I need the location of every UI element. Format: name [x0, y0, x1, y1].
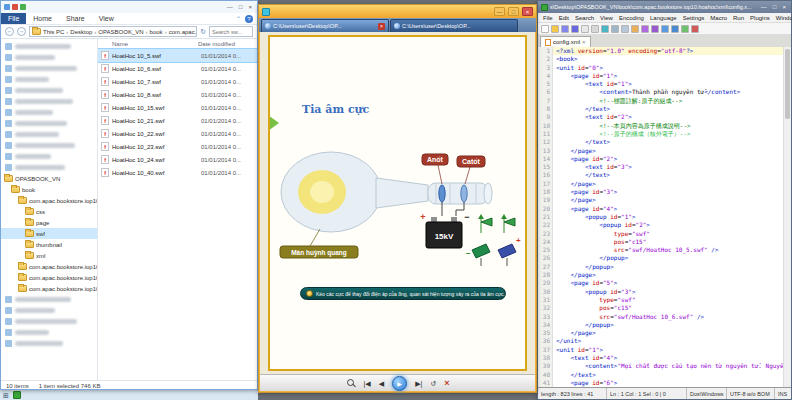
minimize-button[interactable]: —: [225, 2, 235, 12]
code-line[interactable]: 32 pos="c15": [538, 304, 783, 312]
ribbon-tab-share[interactable]: Share: [59, 13, 92, 24]
file-row[interactable]: fHoatHoc 10_8.swf01/01/2014 0...: [98, 88, 257, 101]
menu-settings[interactable]: Settings: [680, 15, 708, 21]
code-line[interactable]: 31 type="swf": [538, 296, 783, 304]
replace-icon[interactable]: [671, 25, 679, 33]
code-line[interactable]: 7 <!--標題註解:原子的組成-->: [538, 97, 783, 105]
code-line[interactable]: 40 </text>: [538, 371, 783, 379]
tree-item-css[interactable]: css: [1, 206, 97, 217]
code-line[interactable]: 41 <page id="6">: [538, 379, 783, 387]
code-line[interactable]: 19 </page>: [538, 196, 783, 204]
scrollbar-thumb[interactable]: [785, 49, 790, 119]
code-line[interactable]: 27 </popup>: [538, 263, 783, 271]
close-button[interactable]: ×: [246, 2, 254, 12]
maximize-button[interactable]: □: [771, 4, 779, 10]
code-line[interactable]: 35 </page>: [538, 329, 783, 337]
zoom-in-icon[interactable]: [681, 25, 689, 33]
cut-icon[interactable]: [611, 25, 619, 33]
viewer-titlebar[interactable]: — □ ×: [259, 5, 536, 18]
tree-item-xml[interactable]: xml: [1, 250, 97, 261]
viewer-tab-2[interactable]: C:\Users\user\Desktop\OP...: [390, 19, 518, 32]
back-icon[interactable]: ←: [5, 27, 14, 36]
file-row[interactable]: fHoatHoc 10_7.swf01/01/2014 0...: [98, 75, 257, 88]
tree-item-page[interactable]: page: [1, 217, 97, 228]
find-icon[interactable]: [661, 25, 669, 33]
record-macro-icon[interactable]: [691, 25, 699, 33]
quick-access-icon-2[interactable]: [20, 4, 26, 10]
minimize-button[interactable]: —: [759, 4, 769, 10]
explorer-titlebar[interactable]: — □ ×: [1, 1, 257, 13]
tree-item-com-apac-bookstore-iop10-sinhhoc[interactable]: com.apac.bookstore.iop10.sinhhoc: [1, 261, 97, 272]
viewer-tab-1[interactable]: C:\Users\user\Desktop\OP...×: [261, 19, 389, 32]
first-page-icon[interactable]: |◀: [364, 376, 371, 391]
code-line[interactable]: 23 type="swf": [538, 230, 783, 238]
code-line[interactable]: 8 </text>: [538, 105, 783, 113]
menu-plugins[interactable]: Plugins: [747, 15, 773, 21]
file-row[interactable]: fHoatHoc 10_23.swf01/01/2014 0...: [98, 140, 257, 153]
copy-icon[interactable]: [621, 25, 629, 33]
code-line[interactable]: 34 </popup>: [538, 321, 783, 329]
maximize-button[interactable]: □: [508, 7, 519, 16]
menu-edit[interactable]: Edit: [556, 15, 572, 21]
paddle-vanes[interactable]: − +: [466, 214, 521, 266]
code-line[interactable]: 4 <page id="1">: [538, 72, 783, 80]
code-line[interactable]: 2<book>: [538, 55, 783, 63]
menu-language[interactable]: Language: [647, 15, 680, 21]
file-row[interactable]: fHoatHoc 10_21.swf01/01/2014 0...: [98, 114, 257, 127]
ribbon-collapse-icon[interactable]: ⌃: [236, 15, 241, 23]
code-line[interactable]: 30 <popup id="3">: [538, 288, 783, 296]
undo-icon[interactable]: ↺: [430, 376, 436, 391]
menu-encoding[interactable]: Encoding: [616, 15, 647, 21]
code-line[interactable]: 9 <text id="2">: [538, 113, 783, 121]
code-line[interactable]: 39 <content>"Mọi chất được cấu tạo nên t…: [538, 362, 783, 370]
code-line[interactable]: 12 </text>: [538, 138, 783, 146]
ribbon-tab-home[interactable]: Home: [26, 13, 59, 24]
code-line[interactable]: 38 <text id="4">: [538, 354, 783, 362]
ribbon-tab-file[interactable]: File: [1, 13, 26, 24]
tab-config-xml[interactable]: config.xml ×: [540, 36, 591, 47]
paste-icon[interactable]: [631, 25, 639, 33]
code-line[interactable]: 10 <!--本頁內容為原子構成說明-->: [538, 122, 783, 130]
code-line[interactable]: 11 <!--原子的構成（核外電子）-->: [538, 130, 783, 138]
close-button[interactable]: ×: [522, 7, 533, 16]
column-header-name[interactable]: Name: [112, 41, 198, 47]
code-line[interactable]: 13 </page>: [538, 147, 783, 155]
code-line[interactable]: 14 <page id="2">: [538, 155, 783, 163]
code-line[interactable]: 3<unit id="0">: [538, 64, 783, 72]
code-line[interactable]: 24 pos="c15": [538, 238, 783, 246]
help-icon[interactable]: ?: [245, 15, 253, 23]
close-button[interactable]: ×: [780, 4, 788, 10]
next-page-icon[interactable]: ▶|: [415, 376, 422, 391]
code-line[interactable]: 5 <text id="1">: [538, 80, 783, 88]
quick-access-icon-1[interactable]: [12, 4, 18, 10]
editor[interactable]: 1<?xml version="1.0" encoding="utf-8"?>2…: [538, 47, 791, 387]
code-line[interactable]: 18 <page id="3">: [538, 188, 783, 196]
save-all-icon[interactable]: [571, 25, 579, 33]
search-input[interactable]: [209, 26, 253, 37]
tab-close-icon[interactable]: ×: [582, 39, 586, 45]
tree-item-book[interactable]: book: [1, 184, 97, 195]
file-row[interactable]: fHoatHoc 10_24.swf01/01/2014 0...: [98, 153, 257, 166]
minimize-button[interactable]: —: [494, 7, 505, 16]
breadcrumb-segment[interactable]: OPASBOOK_VN: [98, 29, 143, 35]
code-line[interactable]: 17 </page>: [538, 180, 783, 188]
maximize-button[interactable]: □: [237, 2, 245, 12]
tree-item-com-apac-bookstore-iop10-hoahoc[interactable]: com.apac.bookstore.iop10.hoahoc: [1, 195, 97, 206]
close-all-icon[interactable]: [591, 25, 599, 33]
menu-file[interactable]: File: [540, 15, 556, 21]
cathode-ray-illustration[interactable]: Anốt Catốt Màn huỳnh quang 15kV + −: [276, 125, 521, 285]
menu-run[interactable]: Run: [730, 15, 747, 21]
notepad-titlebar[interactable]: s\Desktop\OPASBOOK_VN\book\com.apac.book…: [538, 1, 791, 13]
breadcrumb-segment[interactable]: com.apac.bookstore.iop10.hoahoc: [169, 29, 198, 35]
tree-item-com-apac-bookstore-iop10-toanhoc[interactable]: com.apac.bookstore.iop10.toanhoc: [1, 272, 97, 283]
menu-search[interactable]: Search: [572, 15, 597, 21]
code-line[interactable]: 21 <popup id="1">: [538, 213, 783, 221]
breadcrumb-segment[interactable]: Desktop: [70, 29, 92, 35]
zoom-icon[interactable]: [346, 378, 356, 388]
code-line[interactable]: 6 <content>Thành phần nguyên tử</content…: [538, 88, 783, 96]
breadcrumb-segment[interactable]: This PC: [43, 29, 64, 35]
code-line[interactable]: 1<?xml version="1.0" encoding="utf-8"?>: [538, 47, 783, 55]
file-row[interactable]: fHoatHoc 10_40.swf01/01/2014 0...: [98, 166, 257, 179]
code-line[interactable]: 33 src="swf/HoatHoc 10_6.swf" />: [538, 313, 783, 321]
tab-close-icon[interactable]: ×: [378, 23, 385, 30]
